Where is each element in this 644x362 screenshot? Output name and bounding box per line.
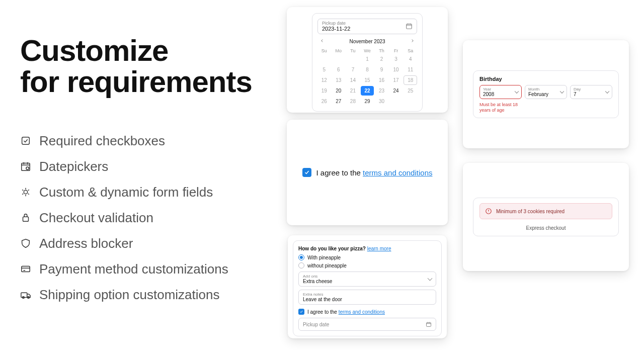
calendar-day[interactable]: 11 <box>404 65 417 74</box>
terms-text: I agree to the terms and conditions <box>316 168 433 177</box>
calendar-day[interactable]: 3 <box>389 54 403 64</box>
birthday-card: Birthday Year 2008 Month February Day 7 <box>463 40 629 148</box>
svg-rect-0 <box>22 137 30 145</box>
pizza-terms-checkbox[interactable] <box>298 309 304 315</box>
radio-with-pineapple[interactable]: With pineapple <box>298 254 436 260</box>
feature-item: Shipping option customizations <box>20 287 262 303</box>
calendar-day[interactable]: 18 <box>404 75 417 85</box>
feature-label: Custom & dynamic form fields <box>39 185 213 200</box>
svg-rect-10 <box>427 323 431 327</box>
svg-point-3 <box>24 191 27 194</box>
calendar-day[interactable]: 6 <box>332 65 346 74</box>
svg-rect-9 <box>407 24 412 28</box>
calendar-day[interactable]: 22 <box>361 86 374 96</box>
calendar-day[interactable]: 20 <box>332 86 346 96</box>
calendar-day <box>317 54 331 64</box>
pickup-date-value: 2023-11-22 <box>322 26 350 32</box>
dow-label: Th <box>375 47 388 54</box>
calendar-day <box>404 97 417 106</box>
calendar-day[interactable]: 4 <box>404 54 417 64</box>
feature-icon <box>20 238 31 249</box>
calendar-day[interactable]: 25 <box>404 86 417 96</box>
day-select[interactable]: Day 7 <box>570 85 612 99</box>
pickup-date-label: Pickup date <box>322 21 350 26</box>
feature-label: Required checkboxes <box>39 133 165 149</box>
feature-label: Address blocker <box>39 236 133 251</box>
prev-month-button[interactable] <box>319 38 325 44</box>
calendar-day[interactable]: 28 <box>346 97 360 106</box>
feature-item: Address blocker <box>20 236 262 251</box>
express-checkout-label: Express checkout <box>479 225 612 231</box>
radio-icon <box>298 262 304 268</box>
calendar-day[interactable]: 1 <box>361 54 374 64</box>
calendar-grid[interactable]: 1234567891011121314151617181920212223242… <box>317 54 417 106</box>
pizza-terms-link[interactable]: terms and conditions <box>339 309 385 315</box>
calendar-day[interactable]: 9 <box>375 65 388 74</box>
dow-label: Mo <box>332 47 346 54</box>
calendar-day[interactable]: 29 <box>361 97 374 106</box>
addons-select[interactable]: Add ons Extra cheese <box>298 272 436 287</box>
calendar-day[interactable]: 12 <box>317 75 331 85</box>
validation-alert: Minimum of 3 cookies required <box>479 203 612 219</box>
calendar-day[interactable]: 13 <box>332 75 346 85</box>
calendar-day <box>332 54 346 64</box>
month-label: November 2023 <box>349 39 385 44</box>
svg-rect-4 <box>23 217 29 221</box>
calendar-day[interactable]: 26 <box>317 97 331 106</box>
terms-card: I agree to the terms and conditions <box>287 120 448 225</box>
feature-item: Required checkboxes <box>20 133 262 149</box>
feature-icon <box>20 187 31 198</box>
datepicker-widget[interactable]: Pickup date 2023-11-22 November 2023 SuM… <box>312 13 423 112</box>
terms-checkbox[interactable] <box>302 168 311 177</box>
calendar-day[interactable]: 23 <box>375 86 388 96</box>
calendar-day[interactable]: 19 <box>317 86 331 96</box>
pickup-date-input[interactable]: Pickup date <box>298 318 436 331</box>
calendar-day[interactable]: 24 <box>389 86 403 96</box>
year-select[interactable]: Year 2008 <box>479 85 522 99</box>
radio-without-pineapple[interactable]: without pineapple <box>298 262 436 268</box>
calendar-day[interactable]: 27 <box>332 97 346 106</box>
svg-point-2 <box>26 167 29 170</box>
calendar-day <box>389 97 403 106</box>
calendar-day[interactable]: 10 <box>389 65 403 74</box>
calendar-day[interactable]: 16 <box>375 75 388 85</box>
calendar-day[interactable]: 5 <box>317 65 331 74</box>
calendar-day[interactable]: 7 <box>346 65 360 74</box>
dow-label: Su <box>317 47 331 54</box>
dow-label: Tu <box>346 47 360 54</box>
calendar-day[interactable]: 14 <box>346 75 360 85</box>
birthday-title: Birthday <box>479 76 612 82</box>
next-month-button[interactable] <box>410 38 415 44</box>
pizza-form-card: How do you like your pizza? learn more W… <box>288 235 447 338</box>
validation-card: Minimum of 3 cookies required Express ch… <box>463 163 629 271</box>
radio-icon <box>298 254 304 260</box>
feature-item: Custom & dynamic form fields <box>20 185 262 200</box>
feature-label: Payment method customizations <box>39 261 228 277</box>
pickup-date-field[interactable]: Pickup date 2023-11-22 <box>317 19 417 34</box>
feature-item: Payment method customizations <box>20 261 262 277</box>
calendar-day[interactable]: 8 <box>361 65 374 74</box>
alert-icon <box>485 208 492 215</box>
datepicker-card: Pickup date 2023-11-22 November 2023 SuM… <box>287 7 448 113</box>
calendar-day[interactable]: 30 <box>375 97 388 106</box>
pizza-question: How do you like your pizza? learn more <box>298 246 436 251</box>
month-select[interactable]: Month February <box>525 85 567 99</box>
learn-more-link[interactable]: learn more <box>367 246 391 251</box>
feature-item: Datepickers <box>20 159 262 174</box>
calendar-day <box>346 54 360 64</box>
feature-icon <box>20 289 31 300</box>
calendar-icon <box>406 23 413 31</box>
extra-notes-input[interactable]: Extra notes Leave at the door <box>298 290 436 305</box>
dow-label: Fr <box>389 47 403 54</box>
feature-list: Required checkboxesDatepickersCustom & d… <box>20 133 262 303</box>
calendar-day[interactable]: 21 <box>346 86 360 96</box>
calendar-day[interactable]: 17 <box>389 75 403 85</box>
feature-icon <box>20 263 31 275</box>
calendar-day[interactable]: 2 <box>375 54 388 64</box>
calendar-day[interactable]: 15 <box>361 75 374 85</box>
dow-label: We <box>361 47 374 54</box>
feature-label: Shipping option customizations <box>39 287 219 303</box>
feature-label: Datepickers <box>39 159 108 174</box>
terms-link[interactable]: terms and conditions <box>363 168 432 177</box>
feature-icon <box>20 135 31 146</box>
